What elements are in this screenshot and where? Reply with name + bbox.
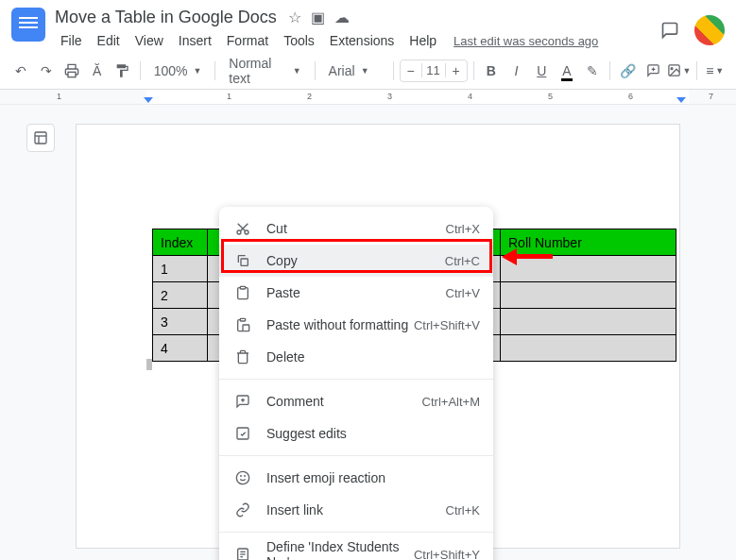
context-menu-label: Paste <box>266 285 446 300</box>
menu-edit[interactable]: Edit <box>92 29 126 52</box>
context-menu-label: Cut <box>266 221 446 236</box>
svg-rect-13 <box>243 325 249 331</box>
menu-tools[interactable]: Tools <box>278 29 320 52</box>
print-button[interactable] <box>60 58 84 84</box>
style-dropdown[interactable]: Normal text▼ <box>221 58 308 84</box>
svg-rect-0 <box>68 72 76 76</box>
menu-extensions[interactable]: Extensions <box>324 29 400 52</box>
context-menu-shortcut: Ctrl+Alt+M <box>422 395 480 409</box>
align-button[interactable]: ≡▼ <box>703 58 727 84</box>
undo-button[interactable]: ↶ <box>9 58 33 84</box>
table-cell[interactable]: 4 <box>153 335 208 362</box>
font-size-value[interactable]: 11 <box>421 63 446 77</box>
bold-button[interactable]: B <box>479 58 503 84</box>
context-menu-shortcut: Ctrl+Shift+V <box>414 318 480 332</box>
document-title[interactable]: Move a Table in Google Docs <box>55 8 277 27</box>
menu-format[interactable]: Format <box>221 29 274 52</box>
context-menu-item-copy[interactable]: CopyCtrl+C <box>219 245 493 277</box>
ruler-right-marker[interactable] <box>676 97 686 103</box>
ruler[interactable]: 1 1 2 3 4 5 6 7 <box>0 90 736 105</box>
link-icon <box>232 502 253 518</box>
last-edit-link[interactable]: Last edit was seconds ago <box>454 34 598 48</box>
spellcheck-button[interactable]: Ă <box>85 58 109 84</box>
paint-format-button[interactable] <box>111 58 134 84</box>
table-cell[interactable] <box>501 335 676 362</box>
context-menu-shortcut: Ctrl+K <box>446 503 480 518</box>
text-color-button[interactable]: A <box>556 58 579 84</box>
context-menu-label: Copy <box>266 253 445 268</box>
svg-point-2 <box>671 68 673 70</box>
italic-button[interactable]: I <box>505 58 528 84</box>
svg-point-17 <box>245 476 246 477</box>
font-dropdown[interactable]: Arial▼ <box>321 58 387 84</box>
context-menu-label: Paste without formatting <box>266 317 414 332</box>
underline-button[interactable]: U <box>530 58 554 84</box>
font-size-increase[interactable]: + <box>446 63 467 78</box>
context-menu-item-paste-plain[interactable]: Paste without formattingCtrl+Shift+V <box>219 309 493 341</box>
context-menu-label: Define 'Index Students N...' <box>266 539 414 560</box>
context-menu-item-suggest[interactable]: Suggest edits <box>219 417 493 450</box>
outline-button[interactable] <box>26 124 55 152</box>
cloud-icon[interactable]: ☁ <box>334 8 350 26</box>
context-menu-item-define[interactable]: Define 'Index Students N...'Ctrl+Shift+Y <box>219 538 493 560</box>
context-menu-separator <box>219 379 493 380</box>
table-cell[interactable]: 2 <box>153 282 208 309</box>
menu-bar: File Edit View Insert Format Tools Exten… <box>55 29 657 52</box>
menu-help[interactable]: Help <box>403 29 442 52</box>
selection-handle[interactable] <box>146 359 152 370</box>
context-menu-item-cut[interactable]: CutCtrl+X <box>219 212 493 245</box>
insert-comment-button[interactable] <box>642 58 665 84</box>
context-menu-item-emoji[interactable]: Insert emoji reaction <box>219 462 493 494</box>
ruler-left-marker[interactable] <box>144 97 153 103</box>
docs-logo[interactable] <box>11 8 45 42</box>
paste-plain-icon <box>232 317 253 332</box>
svg-rect-10 <box>241 259 248 265</box>
svg-rect-14 <box>237 428 248 439</box>
context-menu-label: Suggest edits <box>266 426 480 441</box>
paste-icon <box>232 285 253 300</box>
define-icon <box>232 547 253 560</box>
menu-view[interactable]: View <box>129 29 169 52</box>
svg-point-15 <box>236 471 248 484</box>
star-icon[interactable]: ☆ <box>288 8 301 26</box>
insert-link-button[interactable]: 🔗 <box>616 58 640 84</box>
context-menu-item-delete[interactable]: Delete <box>219 341 493 373</box>
svg-rect-3 <box>35 132 46 144</box>
table-header[interactable]: Roll Number <box>501 229 676 256</box>
emoji-icon <box>232 470 253 485</box>
font-size-decrease[interactable]: − <box>401 63 421 78</box>
context-menu-item-link[interactable]: Insert linkCtrl+K <box>219 494 493 526</box>
highlight-button[interactable]: ✎ <box>580 58 604 84</box>
move-icon[interactable]: ▣ <box>311 8 325 26</box>
context-menu-item-paste[interactable]: PasteCtrl+V <box>219 277 493 309</box>
table-cell[interactable] <box>501 282 676 309</box>
table-cell[interactable] <box>501 256 676 282</box>
zoom-dropdown[interactable]: 100%▼ <box>146 58 210 84</box>
comments-button[interactable] <box>657 17 683 43</box>
menu-insert[interactable]: Insert <box>173 29 217 52</box>
menu-file[interactable]: File <box>55 29 88 52</box>
comment-icon <box>232 394 253 409</box>
context-menu-separator <box>219 455 493 456</box>
delete-icon <box>232 349 253 365</box>
context-menu-item-comment[interactable]: CommentCtrl+Alt+M <box>219 385 493 417</box>
table-cell[interactable]: 1 <box>153 256 208 282</box>
svg-point-16 <box>241 476 242 477</box>
table-cell[interactable] <box>501 309 676 335</box>
insert-image-button[interactable]: ▼ <box>667 58 692 84</box>
context-menu-shortcut: Ctrl+Shift+Y <box>414 548 480 561</box>
context-menu-label: Insert link <box>266 502 446 518</box>
table-cell[interactable]: 3 <box>153 309 208 335</box>
context-menu-shortcut: Ctrl+V <box>446 286 480 300</box>
svg-rect-12 <box>240 318 245 321</box>
redo-button[interactable]: ↷ <box>35 58 59 84</box>
toolbar: ↶ ↷ Ă 100%▼ Normal text▼ Arial▼ − 11 + B… <box>0 52 736 90</box>
context-menu-shortcut: Ctrl+C <box>445 254 480 268</box>
table-header[interactable]: Index <box>153 229 208 256</box>
context-menu-label: Delete <box>266 349 480 365</box>
account-avatar[interactable] <box>694 15 725 45</box>
context-menu: CutCtrl+XCopyCtrl+CPasteCtrl+VPaste with… <box>219 207 493 560</box>
context-menu-shortcut: Ctrl+X <box>446 222 480 236</box>
cut-icon <box>232 221 253 236</box>
copy-icon <box>232 253 253 268</box>
